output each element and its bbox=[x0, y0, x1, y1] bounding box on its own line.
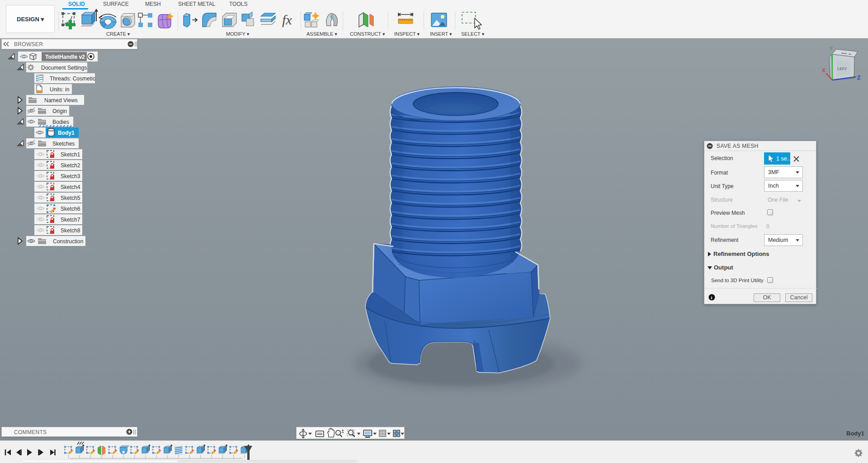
svg-text:Sketch8: Sketch8 bbox=[61, 227, 80, 234]
svg-text:1 se...: 1 se... bbox=[776, 156, 790, 162]
svg-text:Y: Y bbox=[829, 46, 833, 52]
svg-text:LEFT: LEFT bbox=[837, 66, 848, 71]
svg-text:Document Settings: Document Settings bbox=[41, 65, 87, 71]
svg-text:Threads: Cosmetic: Threads: Cosmetic bbox=[50, 76, 95, 82]
svg-text:Sketch7: Sketch7 bbox=[61, 217, 80, 223]
svg-text:Construction: Construction bbox=[53, 238, 83, 245]
svg-text:fx: fx bbox=[282, 12, 292, 27]
svg-text:Sketches: Sketches bbox=[52, 141, 75, 147]
svg-text:Origin: Origin bbox=[52, 108, 67, 114]
svg-text:Bodies: Bodies bbox=[52, 119, 69, 125]
svg-text:Sketch4: Sketch4 bbox=[61, 184, 80, 190]
svg-text:Named Views: Named Views bbox=[44, 97, 78, 104]
svg-text:Sketch2: Sketch2 bbox=[61, 162, 80, 169]
svg-text:Sketch1: Sketch1 bbox=[61, 151, 80, 158]
svg-text:ToiletHandle v2: ToiletHandle v2 bbox=[45, 54, 85, 60]
svg-text:i: i bbox=[711, 295, 712, 300]
svg-text:X: X bbox=[822, 67, 826, 74]
svg-text:Sketch6: Sketch6 bbox=[61, 206, 80, 212]
svg-text:Units: in: Units: in bbox=[50, 86, 69, 93]
svg-text:Sketch5: Sketch5 bbox=[61, 195, 80, 201]
svg-text:Z: Z bbox=[857, 75, 860, 81]
svg-text:Sketch3: Sketch3 bbox=[61, 173, 80, 180]
svg-text:Body1: Body1 bbox=[58, 130, 75, 136]
